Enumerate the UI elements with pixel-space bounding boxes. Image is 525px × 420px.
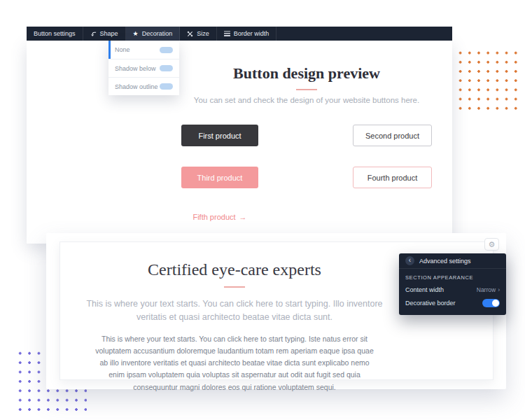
third-product-button[interactable]: Third product [181,167,258,188]
content-width-row: Content width Narrow› [405,286,500,293]
toggle-pill[interactable] [160,65,173,71]
shape-curve-icon [90,31,97,37]
toggle-pill[interactable] [160,83,173,90]
dropdown-item-none[interactable]: None [108,41,179,59]
gear-icon: ⚙ [489,241,496,248]
content-width-label: Content width [405,286,444,293]
toolbar-label: Button settings [34,30,76,37]
editor-canvas: Button settings Shape ★ Decoration Size … [0,0,525,420]
section-settings-button[interactable]: ⚙ [484,238,499,251]
section-paragraph-lead: This is where your text starts. You can … [78,298,391,324]
second-product-button[interactable]: Second product [353,125,432,146]
section-content: Certified eye-care experts This is where… [67,242,402,393]
fifth-product-label: Fifth product [192,213,235,221]
preview-subtitle: You can set and check the design of your… [163,96,450,104]
dropdown-item-label: Shadow below [115,65,156,72]
preview-title: Button design preview [163,64,450,83]
dropdown-item-label: None [115,46,130,53]
advanced-settings-header: ‹ Advanced settings [399,253,506,269]
toolbar-item-border-width[interactable]: Border width [217,27,277,41]
resize-icon [187,31,193,37]
decorative-border-row: Decorative border [405,299,500,307]
chevron-left-icon: ‹ [409,257,411,264]
star-icon: ★ [133,31,139,37]
arrow-right-icon: → [239,213,247,221]
dropdown-item-label: Shadow outline [115,83,158,90]
toolbar-label: Border width [234,30,270,37]
toolbar-item-shape[interactable]: Shape [83,27,126,41]
chevron-right-icon: › [498,286,500,293]
fifth-product-link[interactable]: Fifth product→ [192,213,246,221]
button-settings-toolbar: Button settings Shape ★ Decoration Size … [27,27,452,41]
panel-title: Advanced settings [419,258,471,265]
button-row-3: Fifth product→ [163,210,450,223]
advanced-settings-panel: ‹ Advanced settings SECTION APPEARANCE C… [399,253,506,315]
toggle-pill[interactable] [160,47,173,53]
content-width-value: Narrow [477,286,496,293]
orange-dots-pattern [456,48,522,114]
dropdown-item-shadow-below[interactable]: Shadow below [108,59,179,77]
fifth-product-slot: Fifth product→ [181,210,258,223]
button-row-2: Third product Fourth product [163,167,450,188]
button-preview-card: Button design preview You can set and ch… [27,41,452,244]
toolbar-item-decoration[interactable]: ★ Decoration [126,27,181,41]
content-width-selector[interactable]: Narrow› [477,286,500,293]
decorative-border-toggle[interactable] [482,299,500,307]
first-product-button[interactable]: First product [181,125,258,146]
decorative-border-label: Decorative border [405,300,456,307]
section-paragraph-body: This is where your text starts. You can … [94,333,374,394]
toggle-knob [492,300,499,307]
toolbar-label: Decoration [142,30,173,37]
dropdown-item-shadow-outline[interactable]: Shadow outline [108,77,179,95]
toolbar-item-size[interactable]: Size [180,27,217,41]
section-appearance-label: SECTION APPEARANCE [405,274,500,281]
toolbar-label: Size [197,30,209,37]
button-row-1: First product Second product [163,125,450,146]
section-heading: Certified eye-care experts [67,260,402,279]
back-button[interactable]: ‹ [405,256,414,265]
heading-underline-decoration [224,286,245,288]
decoration-dropdown: None Shadow below Shadow outline [108,41,179,95]
border-width-lines-icon [224,31,230,36]
fourth-product-button[interactable]: Fourth product [353,167,432,188]
toolbar-label: Shape [100,30,118,37]
toolbar-item-button-settings[interactable]: Button settings [27,27,83,41]
preview-content: Button design preview You can set and ch… [163,64,450,223]
title-underline-decoration [296,89,317,90]
